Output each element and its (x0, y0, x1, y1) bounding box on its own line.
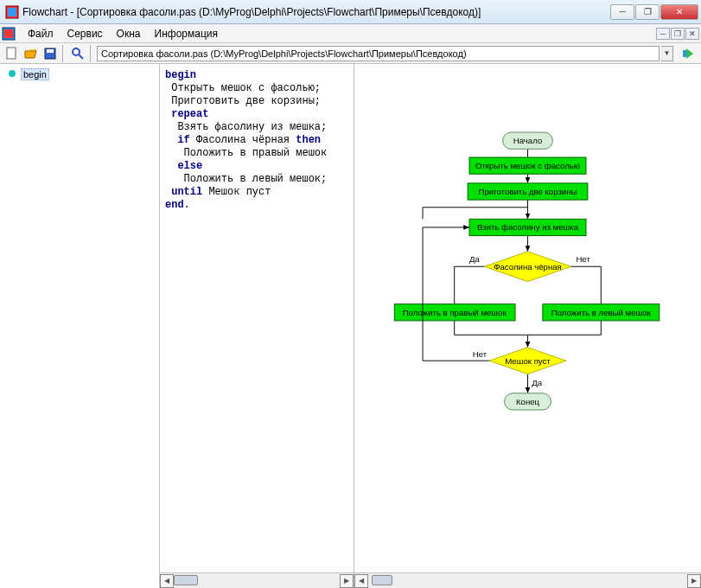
tree-bullet-icon (7, 68, 17, 80)
node-put-right-label: Положить в правый мешок (403, 308, 507, 317)
svg-point-10 (9, 70, 16, 77)
mdi-close-button[interactable]: ✕ (685, 28, 699, 40)
menu-service[interactable]: Сервис (61, 28, 110, 40)
path-text: Сортировка фасоли.pas (D:\MyProg\Delphi\… (101, 48, 467, 59)
tree-pane: begin (0, 64, 160, 588)
svg-rect-3 (4, 29, 13, 38)
flowchart-canvas[interactable]: Начало Открыть мешок с фасолью Приготови… (354, 64, 701, 572)
menu-windows[interactable]: Окна (110, 28, 148, 40)
window-title: Flowchart - [Сортировка фасоли.pas (D:\M… (22, 6, 610, 18)
title-bar: Flowchart - [Сортировка фасоли.pas (D:\M… (0, 0, 701, 24)
minimize-button[interactable]: ─ (610, 4, 634, 20)
svg-rect-9 (683, 50, 686, 57)
menu-file[interactable]: Файл (21, 28, 61, 40)
svg-rect-6 (47, 49, 54, 53)
toolbar-separator (90, 45, 93, 62)
menu-bar: Файл Сервис Окна Информация ─ ❐ ✕ (0, 24, 701, 43)
mdi-minimize-button[interactable]: ─ (656, 28, 670, 40)
code-pane: begin Открыть мешок с фасолью; Приготови… (160, 64, 354, 588)
find-button[interactable] (69, 45, 86, 62)
code-hscrollbar[interactable]: ◀ ▶ (160, 572, 354, 588)
toolbar: Сортировка фасоли.pas (D:\MyProg\Delphi\… (0, 43, 701, 64)
scroll-track[interactable] (174, 574, 340, 588)
node-end-label: Конец (516, 397, 540, 406)
node-put-left-label: Положить в левый мешок (551, 308, 652, 317)
menu-info[interactable]: Информация (148, 28, 225, 40)
node-open-bag-label: Открыть мешок с фасолью (475, 161, 580, 170)
scroll-thumb[interactable] (372, 575, 392, 585)
new-button[interactable] (3, 45, 21, 62)
scroll-right-button[interactable]: ▶ (687, 574, 701, 588)
go-button[interactable] (679, 45, 698, 62)
save-button[interactable] (41, 45, 59, 62)
svg-line-8 (79, 54, 83, 59)
app-icon (5, 5, 19, 19)
flowchart-pane: Начало Открыть мешок с фасолью Приготови… (354, 64, 701, 588)
code-editor[interactable]: begin Открыть мешок с фасолью; Приготови… (160, 64, 354, 572)
scroll-track[interactable] (368, 574, 687, 588)
path-field[interactable]: Сортировка фасоли.pas (D:\MyProg\Delphi\… (97, 46, 660, 61)
branch-no-label-2: Нет (473, 349, 488, 359)
scroll-right-button[interactable]: ▶ (340, 574, 354, 588)
node-decision-empty-label: Мешок пуст (505, 356, 551, 366)
tree-root-label: begin (21, 68, 49, 80)
svg-point-7 (73, 48, 80, 55)
svg-rect-1 (8, 8, 16, 16)
mdi-restore-button[interactable]: ❐ (671, 28, 685, 40)
branch-yes-label: Да (469, 254, 481, 264)
open-button[interactable] (22, 45, 40, 62)
toolbar-separator (62, 45, 66, 62)
content: begin begin Открыть мешок с фасолью; При… (0, 64, 701, 588)
close-button[interactable]: ✕ (660, 4, 698, 20)
tree-item-begin[interactable]: begin (5, 67, 154, 81)
path-dropdown-button[interactable]: ▼ (661, 46, 673, 61)
maximize-button[interactable]: ❐ (635, 4, 660, 20)
node-decision-black-label: Фасолина чёрная (494, 262, 562, 272)
node-prepare-baskets-label: Приготовить две корзины (479, 187, 577, 196)
scroll-left-button[interactable]: ◀ (160, 574, 174, 588)
svg-rect-4 (7, 48, 16, 59)
scroll-left-button[interactable]: ◀ (354, 574, 368, 588)
node-start-label: Начало (513, 136, 543, 145)
doc-icon (2, 27, 16, 41)
chart-hscrollbar[interactable]: ◀ ▶ (354, 572, 701, 588)
branch-no-label: Нет (576, 254, 590, 264)
branch-yes-label-2: Да (532, 378, 543, 387)
scroll-thumb[interactable] (174, 575, 198, 585)
node-take-bean-label: Взять фасолину из мешка (477, 222, 579, 232)
